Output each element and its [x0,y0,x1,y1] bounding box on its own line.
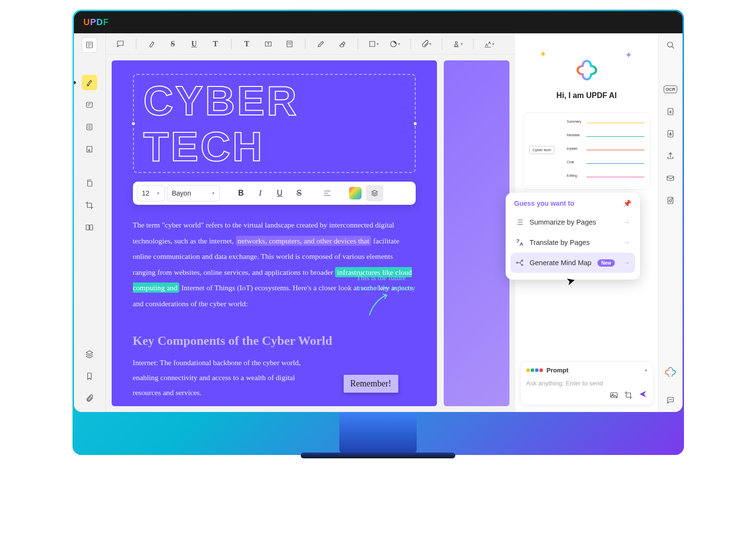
ocr-button[interactable]: OCR [664,83,677,96]
mindmap-root: Cyber tech [529,146,555,154]
svg-rect-5 [90,225,93,230]
document-title: CYBER TECH [144,78,405,169]
layers-icon[interactable] [82,346,97,362]
list-icon [515,218,524,227]
align-button[interactable] [319,185,336,201]
signature-icon[interactable]: ▾ [483,38,495,50]
italic-button[interactable]: I [252,185,269,201]
textbox-icon[interactable] [262,38,274,50]
comment-icon[interactable] [115,38,126,50]
svg-point-23 [671,199,672,199]
eraser-icon[interactable] [336,38,348,50]
suggest-mindmap[interactable]: Generate Mind Map New → [510,253,635,273]
pin-icon[interactable]: 📌 [623,199,631,207]
resize-handle-left[interactable] [131,121,136,126]
section-heading: Key Components of the Cyber World [133,334,416,348]
text-icon[interactable]: T [210,38,221,50]
highlighter-tool[interactable] [82,75,97,90]
section-body: Internet: The foundational backbone of t… [133,355,321,400]
cursor-icon: ➤ [565,274,576,288]
underline-icon[interactable]: U [189,38,200,50]
svg-rect-3 [87,181,92,186]
document-page: CYBER TECH 12▾ Bayon▾ B I U S [112,60,437,406]
print-icon[interactable] [664,194,677,207]
svg-point-22 [669,200,672,202]
arrow-annotation [364,291,393,320]
ai-greeting: Hi, I am UPDF AI [525,91,649,100]
sticker-icon[interactable]: ▾ [389,38,401,50]
attach-file-icon[interactable]: ▾ [421,38,432,50]
font-family-select[interactable]: Bayon▾ [167,185,220,201]
highlight-purple: networks, computers, and other devices t… [236,236,371,246]
search-icon[interactable] [664,38,677,52]
attachment-icon[interactable] [82,391,97,406]
chat-icon[interactable] [664,394,677,407]
font-size-select[interactable]: 12▾ [137,185,165,201]
prompt-panel: Prompt ▾ Ask anything; Enter to send [520,361,654,405]
stamp-icon[interactable]: ▾ [452,38,464,50]
note-icon[interactable] [284,38,295,50]
compress-icon[interactable] [664,105,677,118]
bookmark-icon[interactable] [82,369,97,384]
sticky-note[interactable]: Remember! [344,375,398,393]
left-sidebar [74,33,106,412]
suggest-title: Guess you want to [514,199,574,207]
mindmap-preview[interactable]: Cyber tech Summary translate explain Cha… [523,113,651,190]
ai-button[interactable] [664,365,677,378]
translate-icon [515,238,524,247]
suggestion-popup: Guess you want to📌 Summarize by Pages→ T… [506,193,640,280]
prompt-dots-icon [526,369,543,372]
prompt-label: Prompt [547,367,569,374]
svg-point-10 [455,41,458,43]
handwritten-annotation: This is the future trend of the industry [356,273,415,293]
svg-rect-20 [667,176,674,181]
layer-button[interactable] [366,185,383,201]
next-page-preview [444,60,509,406]
send-button[interactable] [639,390,647,400]
protect-icon[interactable] [664,127,677,141]
svg-rect-4 [86,225,89,230]
crop-prompt-icon[interactable] [624,391,633,399]
reader-tool[interactable] [82,37,97,53]
pencil-icon[interactable] [315,38,327,50]
svg-rect-17 [668,108,673,115]
right-rail: OCR [658,33,683,412]
suggest-summarize[interactable]: Summarize by Pages→ [510,212,635,232]
svg-rect-8 [370,41,375,46]
image-icon[interactable] [610,391,618,399]
monitor-stand [339,412,417,454]
fill-sign-tool[interactable] [82,142,97,157]
app-logo: UPDF [84,17,109,28]
format-toolbar: S U T T ▾ ▾ ▾ ▾ [106,33,515,55]
page-tool[interactable] [82,119,97,135]
text-format-icon[interactable]: T [241,38,253,50]
prompt-input[interactable]: Ask anything; Enter to send [526,380,647,387]
font-toolbar: 12▾ Bayon▾ B I U S [133,182,416,205]
resize-handle-right[interactable] [413,121,418,126]
title-selection[interactable]: CYBER TECH [133,74,416,173]
text-color-button[interactable] [347,185,364,201]
mindmap-icon [515,258,524,267]
bold-button[interactable]: B [233,185,250,201]
compare-tool[interactable] [82,220,97,235]
svg-point-15 [612,394,613,395]
email-icon[interactable] [664,171,677,185]
ai-side-panel: ✦ ✦ Hi, I am UPDF AI Cyber tech Summary … [515,33,658,412]
font-size-value: 12 [142,189,150,197]
strike-button[interactable]: S [291,185,308,201]
strikethrough-icon[interactable]: S [167,38,179,50]
copy-tool[interactable] [82,175,97,191]
svg-rect-1 [87,102,92,108]
suggest-translate[interactable]: Translate by Pages→ [510,232,635,253]
shape-icon[interactable]: ▾ [368,38,379,50]
font-name-value: Bayon [172,189,191,197]
underline-button[interactable]: U [271,185,289,201]
new-badge: New [597,259,615,267]
share-icon[interactable] [664,149,677,163]
crop-tool[interactable] [82,198,97,213]
title-bar: UPDF [74,11,683,33]
highlight-text-icon[interactable] [146,38,158,50]
ai-logo-icon [574,58,599,84]
edit-text-tool[interactable] [82,97,97,113]
